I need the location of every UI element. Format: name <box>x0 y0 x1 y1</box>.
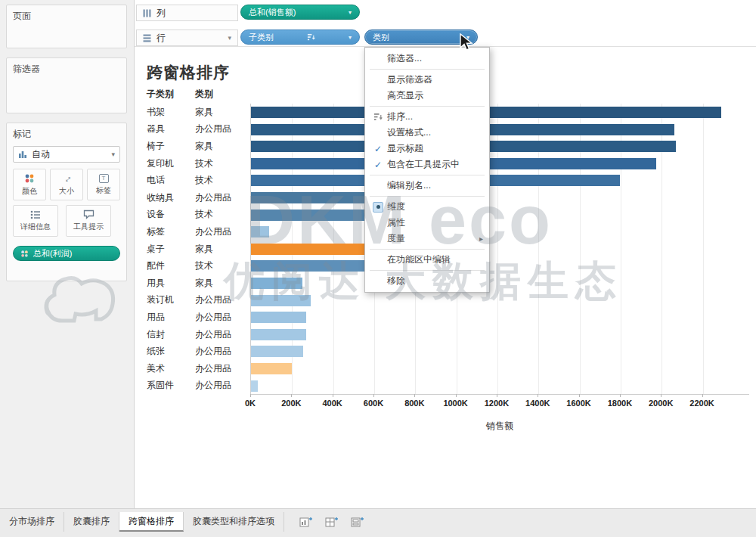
bar[interactable] <box>251 312 306 323</box>
pill-subcategory[interactable]: 子类别 ▾ <box>240 29 360 45</box>
label-button[interactable]: 标签 <box>87 169 120 200</box>
menu-item[interactable]: 移除 <box>365 273 489 289</box>
menu-item[interactable]: ✓显示标题 <box>365 141 489 157</box>
menu-item[interactable]: 显示筛选器 <box>365 72 489 88</box>
x-axis[interactable]: 0K200K400K600K800K1000K1200K1400K1600K18… <box>250 399 749 411</box>
menu-item[interactable]: 属性 <box>365 215 489 231</box>
columns-shelf[interactable]: 列 <box>136 5 238 21</box>
sheet-tab[interactable]: 胶囊排序 <box>64 512 119 532</box>
x-tick-label: 400K <box>322 399 342 408</box>
detail-button[interactable]: 详细信息 <box>13 205 58 237</box>
row-category-label[interactable]: 办公用品 <box>195 311 250 324</box>
row-category-label[interactable]: 家具 <box>195 277 250 290</box>
row-subcategory-label[interactable]: 收纳具 <box>147 191 195 204</box>
bar-area <box>250 206 749 224</box>
row-category-label[interactable]: 技术 <box>195 157 250 170</box>
bar[interactable] <box>251 226 269 237</box>
row-subcategory-label[interactable]: 配件 <box>147 259 195 272</box>
menu-item[interactable]: 设置格式... <box>365 125 489 141</box>
tooltip-button[interactable]: 工具提示 <box>66 205 111 237</box>
column-header-category[interactable]: 类别 <box>195 88 250 101</box>
menu-item[interactable]: 维度 <box>365 199 489 215</box>
bar-area <box>250 343 749 360</box>
pages-shelf[interactable]: 页面 <box>6 5 127 48</box>
menu-item[interactable]: 高亮显示 <box>365 88 489 104</box>
row-subcategory-label[interactable]: 桌子 <box>147 243 195 256</box>
row-subcategory-label[interactable]: 美术 <box>147 362 195 375</box>
row-subcategory-label[interactable]: 用具 <box>147 277 195 290</box>
row-category-label[interactable]: 办公用品 <box>195 362 250 375</box>
row-subcategory-label[interactable]: 纸张 <box>147 345 195 358</box>
menu-item-icon-slot: ✓ <box>369 160 387 170</box>
row-subcategory-label[interactable]: 设备 <box>147 208 195 221</box>
row-category-label[interactable]: 家具 <box>195 243 250 256</box>
menu-item[interactable]: 编辑别名... <box>365 178 489 194</box>
row-category-label[interactable]: 技术 <box>195 208 250 221</box>
x-tick-label: 1200K <box>485 399 509 408</box>
menu-item-label: 编辑别名... <box>387 179 431 192</box>
x-tick-mark <box>414 394 415 397</box>
row-category-label[interactable]: 办公用品 <box>195 123 250 135</box>
bar[interactable] <box>251 346 303 357</box>
color-dots-icon <box>20 250 29 258</box>
menu-item-label: 排序... <box>387 110 413 123</box>
row-category-label[interactable]: 办公用品 <box>195 225 250 238</box>
row-subcategory-label[interactable]: 标签 <box>147 225 195 238</box>
mark-type-dropdown[interactable]: 自动 ▾ <box>13 146 120 163</box>
shelf-area: 列 行 ▾ 总和(销售额) ▾ 子类别 ▾ 类别 ▾ <box>135 0 756 47</box>
row-category-label[interactable]: 家具 <box>195 140 250 153</box>
row-category-label[interactable]: 家具 <box>195 106 250 119</box>
bar[interactable] <box>251 363 292 374</box>
sheet-tab[interactable]: 分市场排序 <box>0 512 64 532</box>
menu-item[interactable]: 在功能区中编辑 <box>365 252 489 268</box>
menu-item[interactable]: 排序... <box>365 109 489 125</box>
bar[interactable] <box>251 329 306 340</box>
new-worksheet-button[interactable] <box>296 514 316 530</box>
new-dashboard-button[interactable] <box>322 514 342 530</box>
menu-item-label: 筛选器... <box>387 52 422 65</box>
menu-item-label: 属性 <box>387 216 405 229</box>
row-subcategory-label[interactable]: 器具 <box>147 123 195 135</box>
row-subcategory-label[interactable]: 书架 <box>147 106 195 119</box>
x-tick-mark <box>497 394 497 397</box>
row-subcategory-label[interactable]: 装订机 <box>147 293 195 306</box>
row-subcategory-label[interactable]: 电话 <box>147 174 195 187</box>
bar[interactable] <box>251 295 311 306</box>
color-button[interactable]: 颜色 <box>13 169 46 200</box>
tab-icons <box>296 512 367 532</box>
column-header-subcategory[interactable]: 子类别 <box>147 88 195 101</box>
row-subcategory-label[interactable]: 用品 <box>147 311 195 324</box>
pill-sum-profit[interactable]: 总和(利润) <box>13 246 120 261</box>
x-tick-mark <box>702 394 703 397</box>
menu-item[interactable]: ✓包含在工具提示中 <box>365 157 489 172</box>
menu-item[interactable]: 度量▸ <box>365 231 489 247</box>
filters-shelf[interactable]: 筛选器 <box>6 57 127 113</box>
menu-item[interactable]: 筛选器... <box>365 51 489 67</box>
new-story-button[interactable] <box>348 514 367 530</box>
row-subcategory-label[interactable]: 信封 <box>147 328 195 341</box>
row-category-label[interactable]: 办公用品 <box>195 191 250 204</box>
rows-shelf[interactable]: 行 ▾ <box>136 29 238 46</box>
bar-area <box>250 257 749 275</box>
row-category-label[interactable]: 技术 <box>195 259 250 272</box>
sheet-tab[interactable]: 胶囊类型和排序选项 <box>184 512 284 532</box>
sheet-tab-active[interactable]: 跨窗格排序 <box>119 512 184 532</box>
pill-sum-sales[interactable]: 总和(销售额) ▾ <box>240 5 360 20</box>
rows-shelf-label: 行 <box>156 32 166 45</box>
label-icon <box>99 174 109 183</box>
row-subcategory-label[interactable]: 椅子 <box>147 140 195 153</box>
row-category-label[interactable]: 办公用品 <box>195 328 250 341</box>
bar[interactable] <box>251 380 258 392</box>
size-button[interactable]: ↔ 大小 <box>50 169 83 200</box>
tooltip-icon <box>83 210 94 219</box>
filters-label: 筛选器 <box>13 64 40 74</box>
row-category-label[interactable]: 办公用品 <box>195 345 250 358</box>
row-category-label[interactable]: 办公用品 <box>195 379 250 392</box>
bar-area <box>250 172 749 189</box>
row-subcategory-label[interactable]: 系固件 <box>147 379 195 392</box>
row-category-label[interactable]: 办公用品 <box>195 293 250 306</box>
row-subcategory-label[interactable]: 复印机 <box>147 157 195 170</box>
bar[interactable] <box>251 278 302 289</box>
row-category-label[interactable]: 技术 <box>195 174 250 187</box>
pill-category[interactable]: 类别 ▾ <box>364 29 478 45</box>
